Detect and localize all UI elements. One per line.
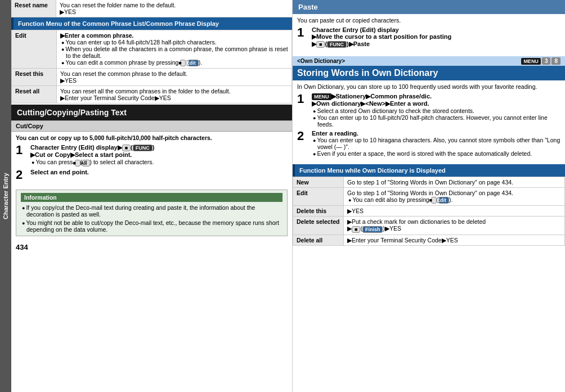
table-row-reset-all: Reset all You can reset all the common p… [12,86,292,103]
function-menu-table: Edit ▶Enter a common phrase. You can ent… [11,30,292,103]
left-column: Reset name You can reset the folder name… [11,0,293,392]
step1-cut-copy: ▶Cut or Copy▶Select a start point. [30,151,132,158]
own-dict-s2-b1: You can enter up to 10 hiragana characte… [312,137,560,150]
own-dict-func-table: New Go to step 1 of "Storing Words in Ow… [293,177,565,245]
own-dict-label-text: <Own Dictionary> [297,58,345,64]
table-row-reset-this: Reset this You can reset the common phra… [12,69,292,86]
own-dict-s1-b2: You can enter up to 10 full-pitch/20 hal… [312,114,560,128]
own-dict-content: In Own Dictionary, you can store up to 1… [293,80,565,162]
step2-reading-label: Enter a reading. [312,130,358,137]
own-dict-func-menu-header: Function Menu while Own Dictionary is Di… [293,164,565,177]
cut-copy-content: You can cut or copy up to 5,000 full-pit… [11,132,292,186]
reset-this-value: You can reset the common phrase to the d… [57,69,292,86]
all-btn: All [82,160,90,166]
menu-num1: 3 [542,57,551,65]
own-dict-title: Storing Words in Own Dictionary [293,66,565,80]
reset-all-label: Reset all [12,86,57,103]
table-row-edit: Edit Go to step 1 of "Storing Words in O… [293,188,565,206]
own-dict-s1-b1: Select a stored Own dictionary to check … [312,107,560,114]
info-bullet-1: If you copy/cut the Deco-mail text durin… [21,204,282,218]
reset-name-label: Reset name [11,0,56,17]
edit-own-icon: ■ [431,197,437,204]
cutting-section-title: Cutting/Copying/Pasting Text [17,108,127,117]
new-value: Go to step 1 of "Storing Words in Own Di… [344,177,565,188]
cut-copy-intro: You can cut or copy up to 5,000 full-pit… [16,134,288,141]
table-row-delete-all: Delete all ▶Enter your Terminal Security… [293,235,565,245]
finish-icon: ■ [352,226,360,233]
sidebar-label-text: Character Entry [2,173,9,219]
paste-content: You can paste cut or copied characters. … [293,14,565,53]
paste-func-btn: FUNC [327,41,347,48]
delete-all-value: ▶Enter your Terminal Security Code▶YES [344,235,565,245]
reset-name-row: Reset name You can reset the folder name… [11,0,292,17]
paste-step1: 1 Character Entry (Edit) display ▶Move t… [297,26,560,48]
edit-key: ■ [180,60,186,66]
info-bullet-2: You might not be able to cut/copy the De… [21,219,282,233]
step2-text: Select an end point. [30,169,89,175]
paste-intro: You can paste cut or copied characters. [297,17,560,24]
edit-own-label: Edit [293,188,344,206]
step2-row: 2 Select an end point. [16,169,288,181]
table-row-new: New Go to step 1 of "Storing Words in Ow… [293,177,565,188]
own-dict-step1: 1 MENU▶Stationery▶Common phrase/dic.▶Own… [297,93,560,128]
page-container: Character Entry Reset name You can reset… [0,0,565,392]
func-btn: FUNC [133,145,153,151]
delete-this-value: ▶YES [344,206,565,217]
table-row-edit: Edit ▶Enter a common phrase. You can ent… [12,30,292,69]
own-dict-label: <Own Dictionary> MENU 3 8 [293,56,565,66]
menu-badge: MENU [521,58,541,65]
reset-all-value: You can reset all the common phrases in … [57,86,292,103]
delete-selected-label: Delete selected [293,217,344,235]
step1-icon-btn: ■ [122,145,131,151]
main-content: Reset name You can reset the folder name… [11,0,565,392]
table-row-delete-selected: Delete selected ▶Put a check mark for ow… [293,217,565,235]
all-icon-btn: ■ [75,160,80,166]
cut-copy-header: Cut/Copy [11,120,292,132]
information-box: Information If you copy/cut the Deco-mai… [16,190,288,236]
delete-all-label: Delete all [293,235,344,245]
table-row-delete-this: Delete this ▶YES [293,206,565,217]
function-menu-header: Function Menu of the Common Phrase List/… [11,17,292,30]
edit-func-key: Edit [188,60,199,66]
step1-row: 1 Character Entry (Edit) display▶■(FUNC)… [16,144,288,166]
step1-menu-badge: MENU [312,93,331,100]
sidebar-label: Character Entry [0,0,11,392]
info-box-header: Information [21,193,282,202]
cutting-section-header: Cutting/Copying/Pasting Text [11,105,292,120]
edit-own-key: Edit [438,197,449,204]
own-dict-step2: 2 Enter a reading. You can enter up to 1… [297,130,560,157]
edit-own-value: Go to step 1 of "Storing Words in Own Di… [344,188,565,206]
finish-key: Finish [362,226,383,233]
delete-selected-value: ▶Put a check mark for own dictionaries t… [344,217,565,235]
paste-icon-btn: ■ [316,41,325,48]
reset-name-value: You can reset the folder name to the def… [56,0,292,17]
delete-this-label: Delete this [293,206,344,217]
right-column: Paste You can paste cut or copied charac… [293,0,565,392]
paste-header: Paste [293,0,565,14]
own-dict-s2-b2: Even if you enter a space, the word is s… [312,150,560,157]
own-dict-intro: In Own Dictionary, you can store up to 1… [297,83,560,90]
new-label: New [293,177,344,188]
reset-this-label: Reset this [12,69,57,86]
menu-num2: 8 [551,57,560,65]
edit-label: Edit [12,30,57,69]
page-number: 434 [11,240,292,255]
edit-value: ▶Enter a common phrase. You can enter up… [57,30,292,69]
